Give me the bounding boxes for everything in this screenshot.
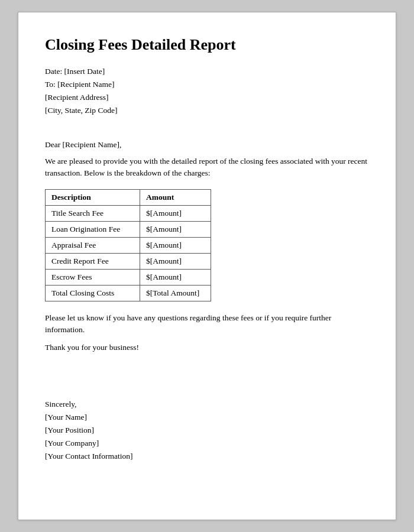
- fees-table: Description Amount Title Search Fee$[Amo…: [45, 189, 211, 301]
- intro-paragraph: We are pleased to provide you with the d…: [45, 155, 369, 180]
- thank-you-line: Thank you for your business!: [45, 343, 369, 352]
- closing-paragraph: Please let us know if you have any quest…: [45, 312, 369, 336]
- meta-to: To: [Recipient Name]: [45, 80, 369, 89]
- table-cell-description: Escrow Fees: [46, 269, 140, 285]
- col-header-description: Description: [46, 189, 140, 205]
- document-container: Closing Fees Detailed Report Date: [Inse…: [18, 12, 396, 520]
- table-row: Loan Origination Fee$[Amount]: [46, 221, 211, 237]
- sig-position: [Your Position]: [45, 426, 369, 435]
- meta-address: [Recipient Address]: [45, 93, 369, 102]
- table-cell-description: Total Closing Costs: [46, 285, 140, 301]
- table-cell-amount: $[Amount]: [140, 237, 211, 253]
- document-title: Closing Fees Detailed Report: [45, 36, 369, 54]
- table-cell-description: Loan Origination Fee: [46, 221, 140, 237]
- table-cell-description: Appraisal Fee: [46, 237, 140, 253]
- table-row: Appraisal Fee$[Amount]: [46, 237, 211, 253]
- table-row: Total Closing Costs$[Total Amount]: [46, 285, 211, 301]
- table-cell-amount: $[Total Amount]: [140, 285, 211, 301]
- table-row: Escrow Fees$[Amount]: [46, 269, 211, 285]
- signature-block: Sincerely, [Your Name] [Your Position] […: [45, 400, 369, 461]
- table-cell-description: Credit Report Fee: [46, 253, 140, 269]
- meta-city-state-zip: [City, State, Zip Code]: [45, 106, 369, 115]
- table-row: Credit Report Fee$[Amount]: [46, 253, 211, 269]
- table-header-row: Description Amount: [46, 189, 211, 205]
- sig-contact: [Your Contact Information]: [45, 452, 369, 461]
- sig-sincerely: Sincerely,: [45, 400, 369, 409]
- table-cell-description: Title Search Fee: [46, 205, 140, 221]
- col-header-amount: Amount: [140, 189, 211, 205]
- sig-name: [Your Name]: [45, 413, 369, 422]
- table-cell-amount: $[Amount]: [140, 253, 211, 269]
- table-cell-amount: $[Amount]: [140, 221, 211, 237]
- table-cell-amount: $[Amount]: [140, 269, 211, 285]
- greeting-line: Dear [Recipient Name],: [45, 140, 369, 150]
- meta-date: Date: [Insert Date]: [45, 67, 369, 76]
- sig-company: [Your Company]: [45, 439, 369, 448]
- table-row: Title Search Fee$[Amount]: [46, 205, 211, 221]
- table-cell-amount: $[Amount]: [140, 205, 211, 221]
